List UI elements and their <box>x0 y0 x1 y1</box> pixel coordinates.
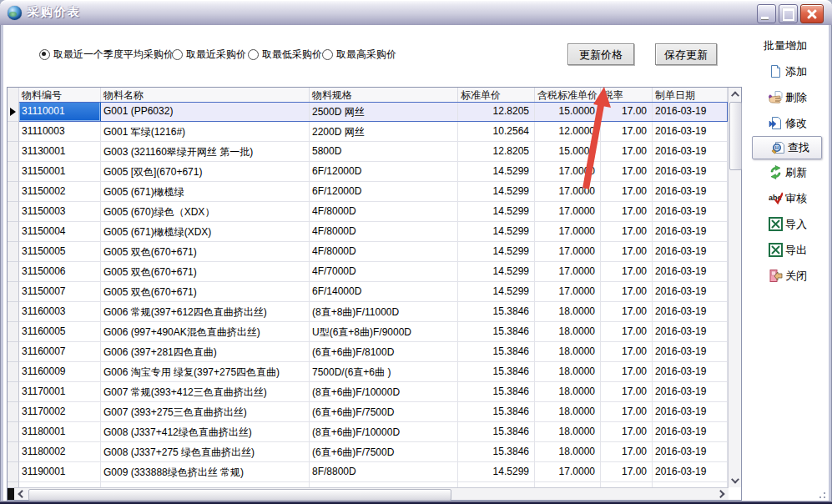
table-row[interactable]: 31150006G005 双色(670+671)4F/7000D14.52991… <box>8 262 728 282</box>
sidebar-item-label: 查找 <box>788 140 809 155</box>
action-sidebar: 批量增加添加删除修改H查找刷新abc审核导入导出关闭 <box>742 33 829 289</box>
radio-option-0[interactable]: 取最近一个季度平均采购价 <box>39 48 174 62</box>
radio-selected-icon[interactable] <box>39 49 50 60</box>
cell-spec: 6F/12000D <box>310 162 458 182</box>
cell-date: 2016-03-19 <box>653 282 728 302</box>
cell-tax-price: 18.0000 <box>535 362 601 382</box>
cell-date: 2016-03-19 <box>653 302 728 322</box>
radio-unselected-icon[interactable] <box>322 49 333 60</box>
column-header-1[interactable]: 物料名称 <box>101 88 310 102</box>
sidebar-item-label: 导入 <box>785 217 807 232</box>
column-header-2[interactable]: 物料规格 <box>310 88 458 102</box>
vertical-scroll-thumb[interactable] <box>729 102 742 170</box>
column-header-5[interactable]: 税率 <box>601 88 653 102</box>
chevron-up-icon <box>731 91 739 99</box>
minimize-button[interactable] <box>757 4 776 23</box>
cell-spec: 4F/8000D <box>310 242 458 262</box>
sidebar-item-label: 修改 <box>785 116 807 131</box>
cell-tax-price: 17.0000 <box>535 282 601 302</box>
cell-tax-rate: 17.00 <box>601 302 653 322</box>
update-price-button[interactable]: 更新价格 <box>567 43 634 65</box>
column-header-3[interactable]: 标准单价 <box>458 88 535 102</box>
svg-text:H: H <box>775 145 779 150</box>
column-header-0[interactable]: 物料编号 <box>19 88 101 102</box>
scroll-right-button[interactable] <box>715 488 729 500</box>
cell-price: 12.8205 <box>458 102 535 122</box>
table-row[interactable]: 31150005G005 双色(670+671)4F/8000D14.52991… <box>8 242 728 262</box>
sidebar-item-4[interactable]: H查找 <box>752 136 822 159</box>
table-row[interactable]: 31110003G001 军绿(1216#)2200D 网丝10.256412.… <box>8 122 728 142</box>
table-row[interactable]: 31160003G006 常规(397+612四色直曲挤出丝)(8直+8曲)F/… <box>8 302 728 322</box>
scroll-left-button[interactable] <box>14 488 28 500</box>
row-indicator <box>8 142 19 162</box>
radio-unselected-icon[interactable] <box>172 49 183 60</box>
cell-date: 2016-03-19 <box>653 182 728 202</box>
sidebar-item-7[interactable]: 导入 <box>742 211 829 237</box>
radio-option-2[interactable]: 取最低采购价 <box>248 48 322 62</box>
cell-date: 2016-03-19 <box>653 322 728 342</box>
sidebar-item-1[interactable]: 添加 <box>742 58 829 84</box>
table-row[interactable]: 31160005G006 (997+490AK混色直曲挤出丝)U型(6直+8曲)… <box>8 322 728 342</box>
table-row[interactable]: 31150001G005 [双色](670+671)6F/12000D14.52… <box>8 162 728 182</box>
row-indicator <box>8 162 19 182</box>
table-row[interactable]: 31160007G006 (397+281四色直曲)(6直+6曲)F/8100D… <box>8 342 728 362</box>
cell-name: G005 (671)橄榄绿(XDX) <box>101 222 310 242</box>
cell-tax-rate: 17.00 <box>601 322 653 342</box>
cell-date: 2016-03-19 <box>653 262 728 282</box>
row-indicator <box>8 422 19 442</box>
row-indicator <box>8 282 19 302</box>
cell-spec: (8直+6曲)F/10000D <box>310 382 458 402</box>
screenshot-stage: 采购价表 取最近一个季度平均采购价取最近采购价取最低采购价取最高采购价 更新价格… <box>0 0 832 504</box>
horizontal-scroll-thumb[interactable] <box>28 489 451 501</box>
cell-tax-price: 18.0000 <box>535 342 601 362</box>
cell-spec: 6F/12000D <box>310 182 458 202</box>
table-row[interactable]: 31180001G008 (J337+412绿色直曲挤出丝)(8直+6曲)F/1… <box>8 422 728 442</box>
sidebar-item-8[interactable]: 导出 <box>742 237 829 263</box>
scroll-down-button[interactable] <box>729 474 741 487</box>
cell-price: 15.3846 <box>458 322 535 342</box>
cell-spec: (6直+6曲)F/8100D <box>310 342 458 362</box>
cell-name: G005 [双色](670+671) <box>101 162 310 182</box>
table-row[interactable]: 31130001G003 (321160翠绿开网丝 第一批)5800D12.82… <box>8 142 728 162</box>
table-row[interactable]: 31160009G006 淘宝专用 绿复(397+275四色直曲)7500D/(… <box>8 362 728 382</box>
radio-option-3[interactable]: 取最高采购价 <box>322 48 396 62</box>
sidebar-item-3[interactable]: 修改 <box>742 110 829 136</box>
cell-name: G005 (671)橄榄绿 <box>101 182 310 202</box>
radio-unselected-icon[interactable] <box>248 49 259 60</box>
vertical-scrollbar[interactable] <box>728 88 741 487</box>
table-row[interactable]: 31180002G008 (J337+275 绿色直曲挤出丝)(6直+6曲)F/… <box>8 442 728 462</box>
table-row[interactable]: 31170002G007 (393+275三色直曲挤出丝)(6直+6曲)F/75… <box>8 402 728 422</box>
radio-option-1[interactable]: 取最近采购价 <box>172 48 246 62</box>
table-row[interactable]: 31190001G009 (333888绿色挤出丝 常规)8F/8800D14.… <box>8 462 728 482</box>
column-header-6[interactable]: 制单日期 <box>653 88 728 102</box>
table-row[interactable]: 31150002G005 (671)橄榄绿6F/12000D14.529917.… <box>8 182 728 202</box>
scroll-up-button[interactable] <box>729 88 741 101</box>
cell-name: G006 (397+281四色直曲) <box>101 342 310 362</box>
cell-spec: (8直+6曲)F/10000D <box>310 422 458 442</box>
table-row[interactable]: 31170001G007 常规(393+412三色直曲挤出丝)(8直+6曲)F/… <box>8 382 728 402</box>
cell-code: 31150003 <box>19 202 101 222</box>
cell-tax-rate: 17.00 <box>601 102 653 122</box>
save-update-button[interactable]: 保存更新 <box>655 43 717 65</box>
table-row[interactable]: 31110001G001 (PP6032)2500D 网丝12.820515.0… <box>8 102 728 122</box>
cell-price: 14.5299 <box>458 282 535 302</box>
maximize-button[interactable] <box>779 4 798 23</box>
sidebar-item-5[interactable]: 刷新 <box>742 159 829 185</box>
horizontal-scrollbar[interactable] <box>8 487 729 500</box>
row-indicator <box>8 222 19 242</box>
column-header-4[interactable]: 含税标准单价 <box>535 88 601 102</box>
cell-tax-rate: 17.00 <box>601 142 653 162</box>
title-bar[interactable]: 采购价表 <box>0 0 832 25</box>
table-row[interactable]: 31150004G005 (671)橄榄绿(XDX)4F/8000D14.529… <box>8 222 728 242</box>
sidebar-item-6[interactable]: abc审核 <box>742 185 829 211</box>
sidebar-item-9[interactable]: 关闭 <box>742 263 829 289</box>
row-indicator <box>8 202 19 222</box>
sidebar-item-2[interactable]: 删除 <box>742 84 829 110</box>
table-row[interactable]: 31150007G005 双色(670+671)6F/14000D14.5299… <box>8 282 728 302</box>
table-row[interactable]: 31150003G005 (670)绿色（XDX）4F/8000D14.5299… <box>8 202 728 222</box>
resize-grip[interactable] <box>815 488 826 499</box>
close-button[interactable] <box>800 4 824 23</box>
sidebar-item-0[interactable]: 批量增加 <box>742 33 829 58</box>
row-indicator <box>8 322 19 342</box>
audit-icon: abc <box>769 191 783 205</box>
